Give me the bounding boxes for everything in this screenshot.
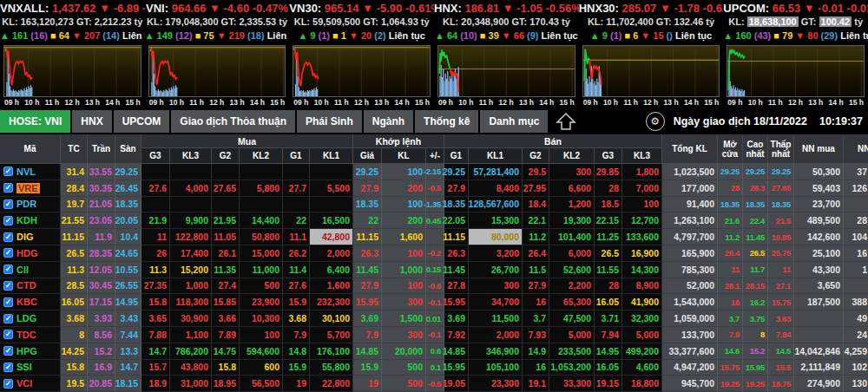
col-header-sell-kl3[interactable]: KL3 [622, 148, 662, 164]
table-row-tdc[interactable]: ✓TDC88.567.447.881,1007.891007.95,7007.9… [0, 327, 868, 343]
ticker-checkbox[interactable]: ✓ [3, 265, 13, 274]
foreign-sell [844, 278, 868, 295]
tab-ph-i-sinh[interactable]: Phái Sinh [297, 110, 362, 133]
sell-g3: 28 [595, 180, 622, 197]
ticker-symbol[interactable]: VCI [16, 378, 32, 389]
ticker-symbol[interactable]: CTD [16, 280, 36, 291]
ticker-checkbox[interactable]: ✓ [3, 199, 13, 209]
ticker-symbol[interactable]: SSI [16, 362, 32, 372]
ticker-symbol[interactable]: CII [16, 265, 29, 275]
col-header-open[interactable]: Mở cửa [718, 134, 743, 164]
col-header-sell-kl1[interactable]: KL1 [469, 148, 523, 164]
table-row-ldg[interactable]: ✓LDG3.683.933.433.6530,9003.6610,3003.68… [0, 310, 868, 327]
col-header-ma[interactable]: Mã [0, 134, 61, 164]
ticker-symbol[interactable]: HDG [16, 248, 37, 258]
open-price: 29.25 [718, 164, 743, 180]
col-header-buy-kl2[interactable]: KL2 [240, 148, 283, 164]
ticker-symbol[interactable]: KBC [16, 297, 37, 307]
hour-tick: 12 h [65, 97, 80, 108]
ticker-checkbox[interactable]: ✓ [3, 183, 13, 193]
index-panel-hnx30[interactable]: HNX30: 285.07 ▼ -1.78 -0.62%KL: 11,702,4… [579, 0, 724, 108]
index-volume-line: KL: 20,348,900 GT: 170.43 tỷ [434, 16, 579, 30]
tab-danh-m-c[interactable]: Danh mục [480, 110, 548, 133]
index-panel-upcom[interactable]: UPCOM: 66.53 ▼ -0.01 -0.01%KL: 18,638,10… [723, 0, 868, 108]
ticker-symbol[interactable]: KDH [16, 215, 37, 225]
table-row-kdh[interactable]: ✓KDH21.5523.0520.0521.99,90021.9514,4002… [0, 212, 868, 229]
open-price: 14.6 [718, 343, 743, 360]
table-row-pdr[interactable]: ✓PDR19.721.0518.3518.35100-1.3518.35128,… [0, 197, 868, 213]
table-row-nvl[interactable]: ✓NVL31.433.5529.2529.25100-2.1529.2557,2… [0, 164, 868, 180]
table-row-vre[interactable]: ✓VRE28.430.3526.4527.64,00027.655,80027.… [0, 180, 868, 197]
buy-g1 [283, 197, 310, 213]
col-header-buy-kl1[interactable]: KL1 [310, 148, 353, 164]
col-header-match-vol[interactable]: KL [382, 148, 426, 164]
foreign-buy: 25,100 [794, 245, 844, 262]
ticker-symbol[interactable]: HPG [16, 346, 37, 356]
settings-gear-icon[interactable]: ⚙ [646, 112, 665, 131]
ticker-checkbox[interactable]: ✓ [3, 363, 13, 372]
col-header-tc[interactable]: TC [61, 134, 88, 164]
table-row-ctd[interactable]: ✓CTD28.530.4526.5527.351,00027.450027.61… [0, 278, 868, 295]
col-header-sell-kl2[interactable]: KL2 [549, 148, 595, 164]
col-header-san[interactable]: Sàn [115, 134, 141, 164]
ceil-price: 28.35 [88, 245, 115, 262]
ticker-checkbox[interactable]: ✓ [3, 232, 13, 242]
col-header-tran[interactable]: Trần [88, 134, 115, 164]
ticker-checkbox[interactable]: ✓ [3, 216, 13, 225]
trading-time: 10:19:37 [819, 115, 863, 127]
col-header-buy-g1[interactable]: G1 [283, 148, 310, 164]
tab-hnx[interactable]: HNX [72, 110, 111, 133]
col-header-sell-g1[interactable]: G1 [444, 148, 469, 164]
col-header-buy-g2[interactable]: G2 [212, 148, 240, 164]
ticker-checkbox[interactable]: ✓ [3, 167, 13, 176]
ticker-symbol[interactable]: PDR [16, 199, 36, 209]
table-row-ssi[interactable]: ✓SSI15.816.914.715.743,80015.860015.955,… [0, 360, 868, 376]
col-header-buy-g3[interactable]: G3 [141, 148, 170, 164]
index-name: UPCOM: [723, 2, 772, 15]
col-header-match-price[interactable]: Giá [353, 148, 382, 164]
table-row-dig[interactable]: ✓DIG11.1511.910.411122,80011.0550,80011.… [0, 229, 868, 245]
col-header-sell-g3[interactable]: G3 [595, 148, 622, 164]
tab-upcom[interactable]: UPCOM [114, 110, 170, 133]
index-panel-hnx[interactable]: HNX: 186.81 ▼ -1.05 -0.56%KL: 20,348,900… [434, 0, 579, 108]
index-change: -5.90 -0.61% [377, 2, 434, 15]
table-row-hpg[interactable]: ✓HPG14.2515.213.314.7786,20014.75594,600… [0, 343, 868, 360]
col-header-high[interactable]: Cao nhất [743, 134, 768, 164]
index-panel-vn30[interactable]: VN30: 965.14 ▼ -5.90 -0.61%KL: 59,509,50… [289, 0, 434, 108]
ticker-checkbox[interactable]: ✓ [3, 379, 13, 389]
ticker-cell: ✓CTD [0, 278, 61, 295]
ticker-checkbox[interactable]: ✓ [3, 314, 13, 323]
tab-th-ng-k-[interactable]: Thống kê [415, 110, 478, 133]
col-header-foreign-sell[interactable]: NN bán [844, 134, 868, 164]
ticker-symbol[interactable]: TDC [16, 330, 36, 340]
col-header-low[interactable]: Thấp nhất [768, 134, 794, 164]
col-header-match-change[interactable]: +/- [426, 148, 444, 164]
sell-g3: 7.94 [595, 327, 622, 343]
ticker-symbol[interactable]: VRE [16, 183, 40, 193]
ticker-checkbox[interactable]: ✓ [3, 297, 13, 307]
index-panel-vnxall[interactable]: VNXALL: 1,437.62 ▼ -6.89 -0.48%KL: 163,1… [0, 0, 145, 108]
col-header-total-vol[interactable]: Tổng KL [662, 134, 718, 164]
tab-ng-nh[interactable]: Ngành [364, 110, 413, 133]
col-header-foreign-buy[interactable]: NN mua [794, 134, 844, 164]
ticker-checkbox[interactable]: ✓ [3, 346, 13, 356]
collapse-up-arrow-icon[interactable] [555, 111, 577, 132]
col-header-sell-g2[interactable]: G2 [523, 148, 549, 164]
index-breadth-line: ▲ 160 (43) ■ 79 ▼ 80 (29) Liên tục [723, 30, 868, 44]
index-change: -0.01 -0.01% [818, 2, 868, 15]
index-panel-vni[interactable]: VNI: 964.66 ▼ -4.60 -0.47%KL: 179,048,30… [145, 0, 290, 108]
ticker-symbol[interactable]: NVL [16, 167, 36, 177]
ticker-checkbox[interactable]: ✓ [3, 330, 13, 339]
table-row-kbc[interactable]: ✓KBC16.0517.1514.9515.8118,30015.8523,90… [0, 294, 868, 310]
kl-value: 163,120,273 [21, 16, 74, 27]
ticker-symbol[interactable]: LDG [16, 313, 36, 323]
ticker-symbol[interactable]: DIG [16, 232, 34, 242]
table-row-vci[interactable]: ✓VCI19.520.8518.1518.931,00018.9556,5001… [0, 376, 868, 392]
table-row-hdg[interactable]: ✓HDG26.528.3524.652617,40026.115,00026.2… [0, 245, 868, 262]
tab-giao-d-ch-th-a-thu-n[interactable]: Giao dịch Thỏa thuận [171, 110, 295, 133]
table-row-cii[interactable]: ✓CII11.312.0510.5511.315,20011.3511,0001… [0, 262, 868, 278]
tab-hose-vni[interactable]: HOSE: VNI [0, 110, 70, 133]
ticker-checkbox[interactable]: ✓ [3, 248, 13, 258]
ticker-checkbox[interactable]: ✓ [3, 281, 13, 291]
col-header-buy-kl3[interactable]: KL3 [170, 148, 212, 164]
